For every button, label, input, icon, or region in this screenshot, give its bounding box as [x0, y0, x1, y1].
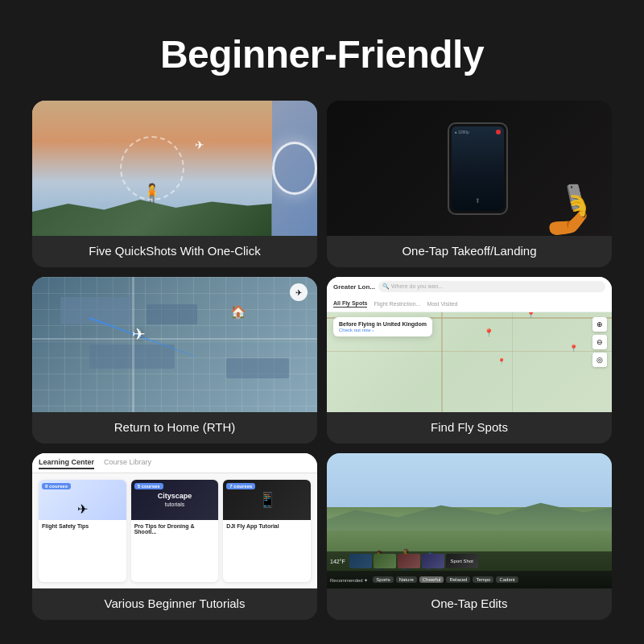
card-image-takeoff: ● 1080p ⬆ 🤳	[327, 101, 612, 236]
card-image-quickshots: 🧍 ✈	[32, 101, 317, 236]
card-quickshots[interactable]: 🧍 ✈ Five QuickShots With One-Click	[32, 101, 317, 267]
card-image-edits: 🚶 🚶 🚴 Recommended ✦ Sports Nature Cheerf…	[327, 453, 612, 588]
card-label-edits: One-Tap Edits	[327, 588, 612, 620]
card-rth[interactable]: ✈ 🏠 ✈ Return to Home (RTH)	[32, 277, 317, 444]
card-label-quickshots: Five QuickShots With One-Click	[32, 236, 317, 267]
card-tutorials[interactable]: Learning Center Course Library 8 courses…	[32, 453, 317, 620]
card-label-takeoff: One-Tap Takeoff/Landing	[327, 236, 612, 267]
card-image-rth: ✈ 🏠 ✈	[32, 277, 317, 412]
card-takeoff[interactable]: ● 1080p ⬆ 🤳 One-Tap Takeoff/Landing	[327, 101, 612, 267]
card-label-flyspots: Find Fly Spots	[327, 412, 612, 444]
card-image-tutorials: Learning Center Course Library 8 courses…	[32, 453, 317, 588]
card-image-flyspots: Greater Lon... 🔍 Where do you wan... All…	[327, 277, 612, 412]
card-flyspots[interactable]: Greater Lon... 🔍 Where do you wan... All…	[327, 277, 612, 444]
card-onetap-edits[interactable]: 🚶 🚶 🚴 Recommended ✦ Sports Nature Cheerf…	[327, 453, 612, 620]
card-label-tutorials: Various Beginner Tutorials	[32, 588, 317, 620]
card-label-rth: Return to Home (RTH)	[32, 412, 317, 444]
page-title: Beginner-Friendly	[160, 32, 484, 76]
features-grid: 🧍 ✈ Five QuickShots With One-Click	[0, 101, 644, 644]
